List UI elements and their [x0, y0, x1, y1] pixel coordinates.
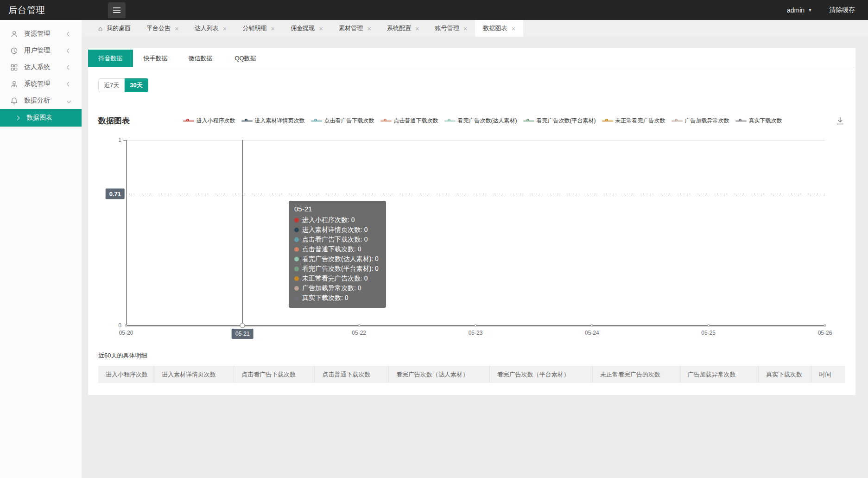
tooltip-row-text: 点击看广告下载次数: 0 [302, 235, 368, 244]
series-dot-icon [294, 247, 299, 252]
tooltip-row-text: 真实下载次数: 0 [302, 293, 348, 303]
tooltip-row: 点击普通下载次数: 0 [294, 244, 379, 254]
legend-item[interactable]: 点击普通下载次数 [380, 117, 438, 125]
series-point-icon [824, 325, 826, 327]
sidebar-item[interactable]: 数据分析 [0, 92, 82, 109]
legend-item[interactable]: 看完广告次数(平台素材) [523, 117, 596, 125]
close-icon[interactable]: × [511, 25, 515, 32]
legend-marker-icon [311, 119, 322, 123]
sidebar-item-label: 数据分析 [24, 96, 67, 105]
menu-toggle-button[interactable] [108, 2, 126, 18]
chart-plot[interactable]: 05-21 进入小程序次数: 0进入素材详情页次数: 0点击看广告下载次数: 0… [98, 135, 845, 344]
nav-tab[interactable]: 佣金提现× [283, 20, 331, 37]
username: admin [787, 6, 805, 14]
legend-marker-icon [241, 119, 253, 123]
series-point-icon [125, 325, 127, 327]
x-tick-label: 05-23 [469, 330, 483, 336]
nav-tab[interactable]: 账号管理× [427, 20, 475, 37]
series-dot-icon [294, 267, 299, 271]
sidebar-item[interactable]: 达人系统 [0, 59, 82, 76]
close-icon[interactable]: × [367, 25, 371, 32]
legend-label: 进入小程序次数 [196, 117, 235, 125]
range-button[interactable]: 近7天 [98, 78, 125, 92]
legend-item[interactable]: 点击看广告下载次数 [311, 117, 374, 125]
tab-label: 数据图表 [483, 24, 507, 32]
chevron-left-icon [67, 82, 71, 86]
close-icon[interactable]: × [271, 25, 275, 32]
legend-item[interactable]: 未正常看完广告次数 [602, 117, 665, 125]
legend-item[interactable]: 真实下载次数 [735, 117, 782, 125]
arrow-right-icon [15, 115, 20, 120]
table-header-cell: 未正常看完广告的次数 [593, 366, 680, 383]
series-dot-icon [294, 228, 299, 232]
nav-tab[interactable]: 达人列表× [187, 20, 235, 37]
legend-item[interactable]: 广告加载异常次数 [672, 117, 729, 125]
tooltip-rows: 进入小程序次数: 0进入素材详情页次数: 0点击看广告下载次数: 0点击普通下载… [294, 215, 379, 303]
sidebar-subitem-label: 数据图表 [26, 114, 52, 122]
tooltip-row: 真实下载次数: 0 [294, 293, 379, 303]
close-icon[interactable]: × [319, 25, 323, 32]
tooltip-row: 看完广告次数(平台素材): 0 [294, 264, 379, 274]
chart-legend: 进入小程序次数进入素材详情页次数点击看广告下载次数点击普通下载次数看完广告次数(… [130, 117, 835, 125]
legend-label: 未正常看完广告次数 [615, 117, 665, 125]
series-dot-icon [294, 257, 299, 261]
tooltip-row-text: 看完广告次数(达人素材): 0 [302, 254, 379, 264]
range-button[interactable]: 30天 [125, 78, 148, 92]
sidebar: 资源管理用户管理达人系统系统管理数据分析 数据图表 [0, 20, 82, 478]
sidebar-item[interactable]: 用户管理 [0, 42, 82, 59]
platform-tab[interactable]: QQ数据 [223, 50, 268, 67]
legend-item[interactable]: 看完广告次数(达人素材) [444, 117, 517, 125]
legend-label: 看完广告次数(平台素材) [537, 117, 596, 125]
sidebar-item-data-chart[interactable]: 数据图表 [0, 109, 82, 127]
nav-tab[interactable]: 系统配置× [379, 20, 427, 37]
nav-tab[interactable]: 数据图表× [475, 20, 523, 37]
legend-item[interactable]: 进入小程序次数 [183, 117, 235, 125]
series-point-icon [358, 325, 360, 327]
chevron-left-icon [67, 48, 71, 53]
axis-pointer-line [242, 140, 243, 325]
table-header-cell: 点击看广告下载次数 [234, 366, 315, 383]
tooltip-row: 看完广告次数(达人素材): 0 [294, 254, 379, 264]
legend-label: 广告加载异常次数 [685, 117, 729, 125]
series-dot-icon [294, 276, 299, 281]
axis-pointer-dash-line [126, 194, 825, 194]
legend-label: 点击看广告下载次数 [324, 117, 374, 125]
user-tie-icon [10, 80, 18, 88]
clear-cache-button[interactable]: 清除缓存 [829, 6, 855, 14]
series-dot-icon [294, 237, 299, 242]
tooltip-row-text: 广告加载异常次数: 0 [302, 283, 361, 293]
platform-tab[interactable]: 微信数据 [178, 50, 223, 67]
close-icon[interactable]: × [223, 25, 227, 32]
x-tick-label: 05-22 [352, 330, 366, 336]
nav-tab[interactable]: 素材管理× [331, 20, 379, 37]
sidebar-menu: 资源管理用户管理达人系统系统管理数据分析 [0, 25, 82, 109]
table-header-cell: 广告加载异常次数 [680, 366, 759, 383]
platform-tab[interactable]: 抖音数据 [88, 50, 133, 67]
nav-tab[interactable]: 分销明细× [235, 20, 283, 37]
download-button[interactable] [835, 116, 845, 126]
topbar: 后台管理 admin ▼ 清除缓存 [0, 0, 868, 20]
legend-marker-icon [380, 119, 392, 123]
x-tick-label: 05-25 [701, 330, 716, 336]
sidebar-item[interactable]: 资源管理 [0, 25, 82, 42]
table-header-cell: 看完广告次数（达人素材） [389, 366, 490, 383]
tooltip-row-text: 未正常看完广告次数: 0 [302, 274, 368, 283]
series-point-icon [475, 325, 477, 327]
tab-label: 系统配置 [387, 24, 411, 32]
sidebar-item-label: 资源管理 [24, 30, 67, 38]
sidebar-item[interactable]: 系统管理 [0, 76, 82, 92]
legend-item[interactable]: 进入素材详情页次数 [241, 117, 305, 125]
series-point-icon [707, 325, 710, 327]
platform-tab[interactable]: 快手数据 [133, 50, 178, 67]
close-icon[interactable]: × [415, 25, 419, 32]
tooltip-row-text: 进入小程序次数: 0 [302, 215, 355, 225]
nav-tab[interactable]: 平台公告× [139, 20, 187, 37]
nav-tab[interactable]: ⌂我的桌面 [90, 20, 139, 37]
user-menu[interactable]: admin ▼ [787, 6, 812, 14]
close-icon[interactable]: × [175, 25, 179, 32]
tooltip-row-text: 看完广告次数(平台素材): 0 [302, 264, 379, 274]
sidebar-item-label: 用户管理 [24, 46, 67, 55]
series-dot-icon [294, 286, 299, 291]
legend-label: 点击普通下载次数 [394, 117, 438, 125]
close-icon[interactable]: × [463, 25, 468, 32]
